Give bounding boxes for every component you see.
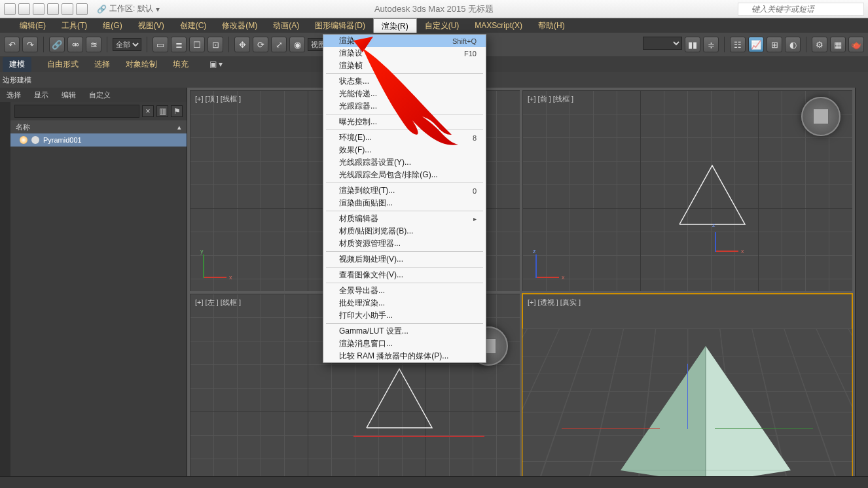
scene-tab-edit[interactable]: 编辑 — [55, 88, 82, 102]
scene-explorer-dock — [0, 102, 10, 488]
menu-customize[interactable]: 自定义(U) — [417, 18, 467, 33]
menu-views[interactable]: 视图(V) — [130, 18, 172, 33]
scene-filter-button[interactable]: ▥ — [156, 105, 168, 117]
menu-raytracer-settings[interactable]: 光线跟踪器设置(Y)... — [323, 156, 486, 169]
scene-search-input[interactable] — [14, 105, 139, 118]
link-button[interactable]: 🔗 — [49, 37, 65, 52]
select-object-button[interactable]: ▭ — [153, 37, 168, 52]
ribbon-tab-modeling[interactable]: 建模 — [3, 57, 31, 72]
undo-button[interactable]: ↶ — [4, 37, 20, 52]
ribbon-panel-polymodeling[interactable]: 边形建模 — [3, 75, 31, 85]
menu-render-to-texture[interactable]: 渲染到纹理(T)... 0 — [323, 184, 486, 197]
ribbon-tab-selection[interactable]: 选择 — [94, 59, 110, 70]
menu-create[interactable]: 创建(C) — [172, 18, 215, 33]
menu-grapheditors[interactable]: 图形编辑器(D) — [307, 18, 373, 33]
scene-search-clear-button[interactable]: × — [142, 105, 154, 117]
menu-print-size[interactable]: 打印大小助手... — [323, 309, 486, 322]
layer-explorer-button[interactable]: ☷ — [730, 37, 746, 52]
render-frame-button[interactable]: ▦ — [830, 37, 846, 52]
menu-exposure-control[interactable]: 曝光控制... — [323, 116, 486, 128]
viewport-label[interactable]: [+] [顶 ] [线框 ] — [195, 94, 241, 104]
undo-icon[interactable] — [62, 3, 73, 15]
save-icon[interactable] — [47, 3, 59, 15]
menu-raytrace-global[interactable]: 光线跟踪全局包含/排除(G)... — [323, 169, 486, 181]
teapot-render-button[interactable]: 🫖 — [848, 37, 864, 52]
scene-tab-display[interactable]: 显示 — [27, 88, 55, 102]
menu-batch-render[interactable]: 批处理渲染... — [323, 297, 486, 309]
viewport-perspective[interactable]: [+] [透视 ] [真实 ] — [522, 294, 852, 488]
menu-light-tracer[interactable]: 光跟踪器... — [323, 100, 486, 113]
menu-video-post[interactable]: 视频后期处理(V)... — [323, 253, 486, 266]
selection-set-combo[interactable] — [643, 37, 682, 50]
menu-panorama-exporter[interactable]: 全景导出器... — [323, 285, 486, 297]
select-by-name-button[interactable]: ≣ — [171, 37, 187, 52]
menu-item-label: 光线跟踪器设置(Y)... — [339, 157, 411, 168]
menu-edit[interactable]: 编辑(E) — [12, 18, 54, 33]
menu-render-surface-map[interactable]: 渲染曲面贴图... — [323, 197, 486, 209]
menu-render-render[interactable]: 渲染 Shift+Q — [323, 35, 486, 47]
command-panel[interactable] — [855, 88, 868, 488]
menu-view-image-file[interactable]: 查看图像文件(V)... — [323, 269, 486, 281]
menu-environment[interactable]: 环境(E)... 8 — [323, 131, 486, 144]
menu-material-explorer[interactable]: 材质资源管理器... — [323, 237, 486, 250]
menu-state-sets[interactable]: 状态集... — [323, 75, 486, 88]
menu-animation[interactable]: 动画(A) — [265, 18, 307, 33]
unlink-button[interactable]: ⚮ — [67, 37, 83, 52]
select-move-button[interactable]: ✥ — [234, 37, 250, 52]
menu-render-setup[interactable]: 渲染设 F10 — [323, 47, 486, 60]
open-icon[interactable] — [33, 3, 45, 15]
quick-access-toolbar — [4, 3, 88, 15]
menu-group[interactable]: 组(G) — [95, 18, 130, 33]
scene-tab-custom[interactable]: 自定义 — [82, 88, 117, 102]
scene-column-header[interactable]: 名称 ▴ — [10, 120, 187, 133]
select-place-button[interactable]: ◉ — [289, 37, 305, 52]
keyword-search-input[interactable] — [738, 3, 864, 16]
select-region-button[interactable]: ☐ — [189, 37, 205, 52]
menu-render-frame[interactable]: 渲染帧 — [323, 60, 486, 72]
new-icon[interactable] — [18, 3, 30, 15]
redo-icon[interactable] — [76, 3, 88, 15]
pyramid-wireframe — [360, 366, 439, 431]
menu-material-editor[interactable]: 材质编辑器 ▸ — [323, 213, 486, 225]
viewport-label[interactable]: [+] [前 ] [线框 ] — [528, 94, 573, 104]
scene-item-pyramid001[interactable]: Pyramid001 — [10, 133, 187, 147]
mirror-button[interactable]: ▮▮ — [685, 37, 700, 52]
scene-tab-select[interactable]: 选择 — [0, 88, 27, 102]
material-editor-button[interactable]: ◐ — [785, 37, 801, 52]
menu-tools[interactable]: 工具(T) — [54, 18, 95, 33]
curve-editor-button[interactable]: 📈 — [748, 37, 764, 52]
select-rotate-button[interactable]: ⟳ — [253, 37, 268, 52]
workspace-selector[interactable]: 🔗 工作区: 默认 ▾ — [97, 3, 160, 14]
bind-spacewarp-button[interactable]: ≋ — [86, 37, 101, 52]
schematic-view-button[interactable]: ⊞ — [767, 37, 782, 52]
menu-ram-player[interactable]: 比较 RAM 播放器中的媒体(P)... — [323, 350, 486, 362]
redo-button[interactable]: ↷ — [22, 37, 38, 52]
menu-bar: 编辑(E) 工具(T) 组(G) 视图(V) 创建(C) 修改器(M) 动画(A… — [0, 18, 868, 33]
viewport-front[interactable]: [+] [前 ] [线框 ] xz xz — [522, 90, 852, 291]
separator — [43, 37, 44, 52]
align-button[interactable]: ≑ — [703, 37, 719, 52]
scene-options-button[interactable]: ⚑ — [171, 105, 183, 117]
select-scale-button[interactable]: ⤢ — [271, 37, 287, 52]
viewport-label[interactable]: [+] [透视 ] [真实 ] — [528, 298, 581, 307]
menu-material-browser[interactable]: 材质/贴图浏览器(B)... — [323, 225, 486, 237]
menu-modifiers[interactable]: 修改器(M) — [214, 18, 265, 33]
window-crossing-button[interactable]: ⊡ — [208, 37, 223, 52]
max-logo-icon[interactable] — [4, 3, 16, 15]
render-setup-button[interactable]: ⚙ — [812, 37, 827, 52]
viewcube[interactable] — [801, 97, 841, 136]
viewport-label[interactable]: [+] [左 ] [线框 ] — [195, 298, 241, 307]
ribbon-toggle-icon[interactable]: ▣ ▾ — [209, 60, 223, 69]
ribbon-tab-objectpaint[interactable]: 对象绘制 — [126, 59, 157, 70]
menu-maxscript[interactable]: MAXScript(X) — [467, 18, 530, 33]
menu-radiosity[interactable]: 光能传递... — [323, 88, 486, 100]
ribbon-tab-populate[interactable]: 填充 — [173, 59, 189, 70]
menu-render-message-window[interactable]: 渲染消息窗口... — [323, 338, 486, 350]
menu-help[interactable]: 帮助(H) — [530, 18, 573, 33]
selection-filter-combo[interactable]: 全部 — [113, 38, 141, 51]
menu-effects[interactable]: 效果(F)... — [323, 144, 486, 156]
menu-gamma-lut[interactable]: Gamma/LUT 设置... — [323, 325, 486, 338]
separator — [228, 37, 229, 52]
ribbon-tab-freeform[interactable]: 自由形式 — [47, 59, 79, 70]
menu-render[interactable]: 渲染(R) — [373, 18, 417, 33]
